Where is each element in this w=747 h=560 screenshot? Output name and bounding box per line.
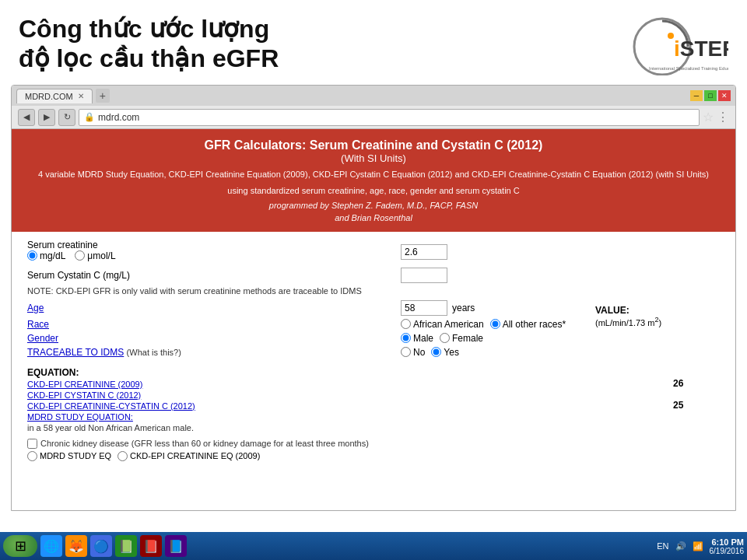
favorites-icon[interactable]: ☆ <box>703 110 714 124</box>
svg-text:International Specialized Trai: International Specialized Training Educa… <box>649 66 728 71</box>
taskbar-lang: EN <box>657 541 668 551</box>
traceable-hint[interactable]: (What is this?) <box>127 348 181 357</box>
serum-creatinine-row: Serum creatinine mg/dL μmol/L <box>27 240 720 264</box>
mdrd-eq-radio[interactable] <box>27 451 37 461</box>
value-label: VALUE: <box>595 305 720 316</box>
african-american-radio-label[interactable]: African American <box>401 319 484 330</box>
gender-row: Gender Male Female <box>27 333 595 344</box>
mgdl-radio[interactable] <box>27 250 37 261</box>
ckd-epi-combo-row: CKD-EPI CREATININE-CYSTATIN C (2012) <box>27 401 673 411</box>
other-races-radio[interactable] <box>490 319 500 329</box>
taskbar-datetime: 6:10 PM 6/19/2016 <box>710 537 745 555</box>
close-button[interactable]: ✕ <box>718 90 731 101</box>
refresh-button[interactable]: ↻ <box>58 109 75 126</box>
race-row: Race African American All other races* <box>27 319 595 330</box>
chronic-checkbox[interactable] <box>27 439 37 449</box>
female-radio[interactable] <box>440 333 450 343</box>
taskbar-icon-ie[interactable]: 🌐 <box>40 535 62 557</box>
ckd-epi-creat-row: CKD-EPI CREATININE (2009) <box>27 380 673 389</box>
mdrd-eq-radio-label[interactable]: MDRD STUDY EQ <box>27 451 111 461</box>
mgdl-radio-label[interactable]: mg/dL <box>27 250 65 261</box>
ckd-epi-cystatin-link[interactable]: CKD-EPI CYSTATIN C (2012) <box>27 390 141 400</box>
address-bar[interactable]: 🔒 mdrd.com <box>79 109 700 126</box>
browser-content: GFR Calculators: Serum Creatinine and Cy… <box>12 129 735 510</box>
taskbar-icon-app1[interactable]: 📗 <box>115 535 137 557</box>
female-radio-label[interactable]: Female <box>440 333 483 344</box>
age-row: Age years <box>27 300 595 316</box>
mdrd-link[interactable]: MDRD STUDY EQUATION: <box>27 412 133 422</box>
male-radio[interactable] <box>401 333 411 343</box>
maximize-button[interactable]: □ <box>704 90 717 101</box>
yes-radio[interactable] <box>431 347 441 357</box>
gender-radio-group: Male Female <box>401 333 483 344</box>
chronic-row: Chronic kidney disease (GFR less than 60… <box>27 439 720 449</box>
tab-close-icon[interactable]: ✕ <box>78 92 84 100</box>
ckd-epi-creat-link[interactable]: CKD-EPI CREATININE (2009) <box>27 380 142 389</box>
browser-window: MDRD.COM ✕ + ─ □ ✕ ◀ ▶ ↻ 🔒 mdrd.com ☆ ⋮ … <box>11 85 736 511</box>
taskbar-icon-app2[interactable]: 📕 <box>140 535 162 557</box>
taskbar-icon-app3[interactable]: 📘 <box>165 535 187 557</box>
african-american-radio[interactable] <box>401 319 411 329</box>
taskbar-network-icon: 📶 <box>693 541 703 551</box>
equation-radio-group: MDRD STUDY EQ CKD-EPI CREATININE EQ (200… <box>27 451 720 461</box>
no-radio-label[interactable]: No <box>401 347 425 358</box>
age-unit-label: years <box>452 303 475 313</box>
taskbar-icon-firefox[interactable]: 🦊 <box>65 535 87 557</box>
page-red-header: GFR Calculators: Serum Creatinine and Cy… <box>12 129 735 232</box>
no-radio[interactable] <box>401 347 411 357</box>
age-input[interactable] <box>401 300 447 316</box>
minimize-button[interactable]: ─ <box>690 90 703 101</box>
ckd-epi-cystatin-row: CKD-EPI CYSTATIN C (2012) <box>27 390 673 400</box>
calculator-form: Serum creatinine mg/dL μmol/L <box>12 232 735 469</box>
yes-radio-label[interactable]: Yes <box>431 347 459 358</box>
taskbar-volume-icon[interactable]: 🔊 <box>675 541 686 551</box>
svg-point-1 <box>668 33 674 39</box>
istep-d-logo: iSTEP-D International Specialized Traini… <box>627 17 728 75</box>
taskbar: ⊞ 🌐 🦊 🔵 📗 📕 📘 EN 🔊 📶 6:10 PM 6/19/2016 <box>0 532 747 560</box>
start-button[interactable]: ⊞ <box>3 535 37 557</box>
browser-tab[interactable]: MDRD.COM ✕ <box>16 89 93 103</box>
ckd-epi-radio-label[interactable]: CKD-EPI CREATININE EQ (2009) <box>117 451 260 461</box>
mdrd-row: MDRD STUDY EQUATION: <box>27 412 673 422</box>
forward-button[interactable]: ▶ <box>38 109 55 126</box>
age-label: Age <box>27 303 401 313</box>
ckd-epi-creat-value: 26 <box>673 378 683 389</box>
serum-creatinine-label: Serum creatinine mg/dL μmol/L <box>27 240 401 264</box>
note-text: NOTE: CKD-EPI GFR is only valid with ser… <box>27 286 720 296</box>
serum-cystatin-row: Serum Cystatin C (mg/L) <box>27 268 720 283</box>
other-races-radio-label[interactable]: All other races* <box>490 319 566 330</box>
browser-controls: ◀ ▶ ↻ 🔒 mdrd.com ☆ ⋮ <box>12 106 735 129</box>
mdrd-value: 25 <box>673 400 683 411</box>
traceable-label: TRACEABLE TO IDMS (What is this?) <box>27 347 401 358</box>
umol-radio-label[interactable]: μmol/L <box>75 250 115 261</box>
svg-text:iSTEP-D: iSTEP-D <box>674 37 728 61</box>
race-label: Race <box>27 319 401 330</box>
taskbar-icon-browser[interactable]: 🔵 <box>90 535 112 557</box>
value-unit-label: (mL/min/1.73 m2) <box>595 316 720 327</box>
traceable-radio-group: No Yes <box>401 347 459 358</box>
ckd-epi-combo-link[interactable]: CKD-EPI CREATININE-CYSTATIN C (2012) <box>27 401 195 411</box>
male-radio-label[interactable]: Male <box>401 333 433 344</box>
equation-section: EQUATION: CKD-EPI CREATININE (2009) CKD-… <box>27 367 720 461</box>
back-button[interactable]: ◀ <box>18 109 35 126</box>
serum-cystatin-input[interactable] <box>401 268 447 283</box>
value-section: VALUE: (mL/min/1.73 m2) <box>595 305 720 327</box>
logo: iSTEP-D International Specialized Traini… <box>627 17 728 75</box>
mdrd-description: in a 58 year old Non African American ma… <box>27 423 673 432</box>
ckd-epi-radio[interactable] <box>117 451 128 461</box>
traceable-row: TRACEABLE TO IDMS (What is this?) No Yes <box>27 347 595 358</box>
serum-cystatin-label: Serum Cystatin C (mg/L) <box>27 270 401 281</box>
new-tab-button[interactable]: + <box>96 89 110 103</box>
umol-radio[interactable] <box>75 250 85 261</box>
serum-creatinine-input[interactable] <box>401 244 447 260</box>
race-radio-group: African American All other races* <box>401 319 566 330</box>
browser-titlebar: MDRD.COM ✕ + ─ □ ✕ <box>12 86 735 106</box>
gender-label: Gender <box>27 333 401 344</box>
page-title: Công thức ước lượng độ lọc cầu thận eGFR <box>19 14 279 74</box>
equation-label: EQUATION: <box>27 367 673 378</box>
settings-icon[interactable]: ⋮ <box>717 110 729 124</box>
page-header: Công thức ước lượng độ lọc cầu thận eGFR… <box>0 0 747 85</box>
taskbar-icons: 🌐 🦊 🔵 📗 📕 📘 <box>40 535 187 557</box>
